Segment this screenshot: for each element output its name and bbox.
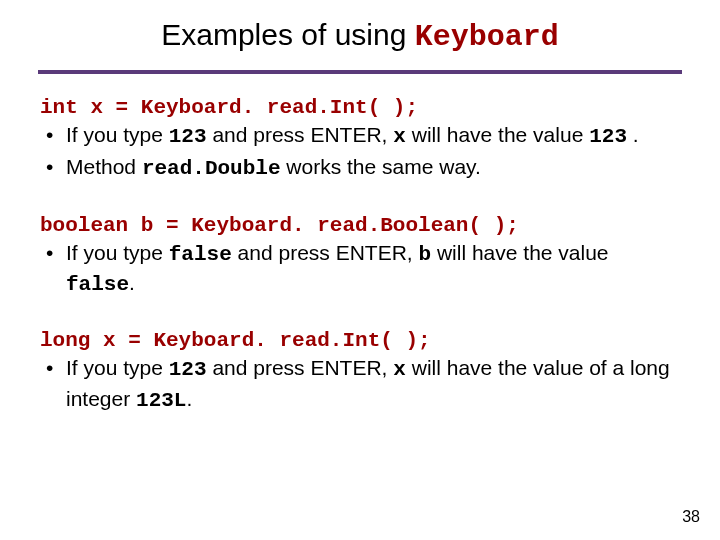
code-text: b <box>418 243 431 266</box>
body-text: will have the value <box>431 241 608 264</box>
code-text: x <box>393 358 406 381</box>
code-line: long x = Keyboard. read.Int( ); <box>40 329 682 352</box>
bullet-list: If you type 123 and press ENTER, x will … <box>38 121 682 184</box>
body-text: works the same way. <box>281 155 481 178</box>
slide-title: Examples of using Keyboard <box>38 18 682 60</box>
body-text: . <box>627 123 639 146</box>
body-text: and press ENTER, <box>232 241 419 264</box>
code-text: false <box>66 273 129 296</box>
bullet-item: If you type false and press ENTER, b wil… <box>62 239 682 300</box>
body-text: and press ENTER, <box>207 356 394 379</box>
example-block: long x = Keyboard. read.Int( );If you ty… <box>38 329 682 415</box>
code-text: 123 <box>169 358 207 381</box>
example-block: boolean b = Keyboard. read.Boolean( );If… <box>38 214 682 300</box>
bullet-item: Method read.Double works the same way. <box>62 153 682 183</box>
body-text: If you type <box>66 241 169 264</box>
code-text: 123 <box>589 125 627 148</box>
code-text: read.Double <box>142 157 281 180</box>
body-text: If you type <box>66 356 169 379</box>
example-block: int x = Keyboard. read.Int( );If you typ… <box>38 96 682 184</box>
bullet-item: If you type 123 and press ENTER, x will … <box>62 354 682 415</box>
title-prefix: Examples of using <box>161 18 414 51</box>
code-text: 123 <box>169 125 207 148</box>
code-line: boolean b = Keyboard. read.Boolean( ); <box>40 214 682 237</box>
bullet-list: If you type 123 and press ENTER, x will … <box>38 354 682 415</box>
title-code: Keyboard <box>415 20 559 54</box>
code-text: 123L <box>136 389 186 412</box>
body-text: . <box>186 387 192 410</box>
page-number: 38 <box>682 508 700 526</box>
body-text: . <box>129 271 135 294</box>
bullet-list: If you type false and press ENTER, b wil… <box>38 239 682 300</box>
body-text: and press ENTER, <box>207 123 394 146</box>
divider <box>38 70 682 74</box>
content-area: int x = Keyboard. read.Int( );If you typ… <box>38 96 682 415</box>
code-text: false <box>169 243 232 266</box>
body-text: will have the value <box>406 123 589 146</box>
code-text: x <box>393 125 406 148</box>
slide: Examples of using Keyboard int x = Keybo… <box>0 0 720 540</box>
code-line: int x = Keyboard. read.Int( ); <box>40 96 682 119</box>
bullet-item: If you type 123 and press ENTER, x will … <box>62 121 682 151</box>
body-text: Method <box>66 155 142 178</box>
body-text: If you type <box>66 123 169 146</box>
